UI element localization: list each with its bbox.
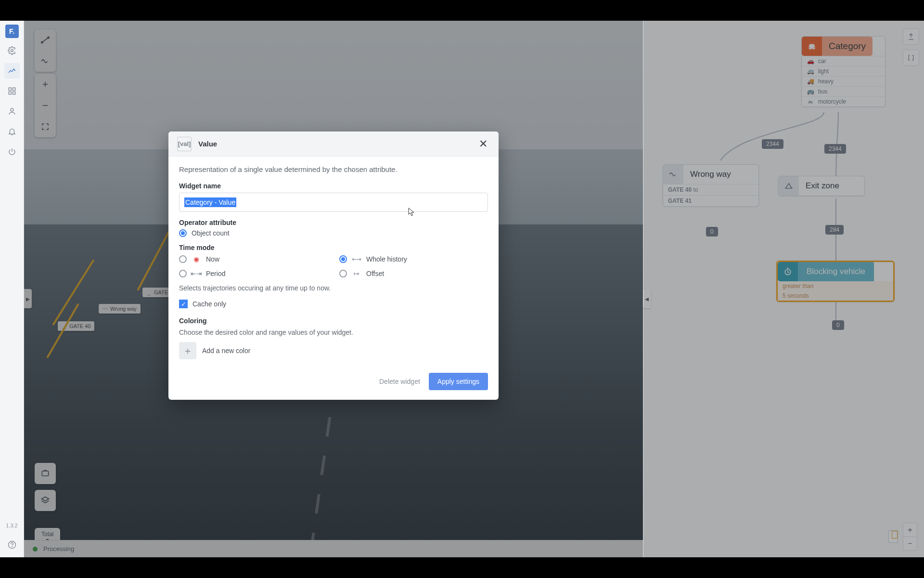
- help-icon[interactable]: [4, 537, 20, 552]
- time-mode-helper: Selects trajectories occuring at any tim…: [179, 284, 488, 292]
- graph-panel: Category 🚗car 🚐light 🚚heavy 🚌bus 🏍motorc…: [643, 21, 924, 557]
- export-icon[interactable]: [903, 28, 919, 45]
- bell-icon[interactable]: [4, 124, 20, 139]
- record-dot-icon: ◉: [192, 254, 201, 264]
- time-option-now[interactable]: ◉ Now: [179, 254, 328, 264]
- svg-point-0: [11, 50, 13, 52]
- plus-icon[interactable]: ＋: [179, 342, 196, 359]
- operator-attribute-label: Operator attribute: [179, 219, 488, 226]
- node-wrongway[interactable]: Wrong way GATE 40 to GATE 41: [663, 164, 759, 207]
- history-icon: ⟷: [352, 254, 361, 264]
- car-icon: [802, 37, 822, 56]
- minimap[interactable]: [888, 530, 898, 543]
- car-icon: 🚗: [807, 58, 814, 65]
- modal-footer: Delete widget Apply settings: [168, 367, 499, 400]
- coloring-description: Choose the desired color and range value…: [179, 328, 488, 336]
- graph-tools: [903, 28, 919, 66]
- graph-zoom-in[interactable]: ＋: [903, 523, 917, 537]
- category-item[interactable]: 🚐light: [802, 66, 885, 76]
- widget-name-input[interactable]: Category - Value: [179, 193, 488, 212]
- zone-icon: [779, 176, 799, 196]
- time-mode-options: ◉ Now ⟷ Whole history ⇤⇥ Period: [179, 254, 488, 278]
- svg-rect-1: [9, 88, 11, 90]
- checkbox-label: Cache only: [192, 300, 226, 308]
- offset-icon: ↦: [352, 269, 361, 278]
- period-icon: ⇤⇥: [192, 269, 201, 278]
- node-canvas[interactable]: Category 🚗car 🚐light 🚚heavy 🚌bus 🏍motorc…: [643, 21, 924, 557]
- option-label: Now: [206, 255, 219, 263]
- node-exitzone[interactable]: Exit zone: [778, 176, 865, 196]
- item-label: motorcycle: [818, 98, 846, 105]
- option-label: Whole history: [366, 255, 407, 263]
- time-option-offset[interactable]: ↦ Offset: [339, 269, 488, 278]
- widget-name-value: Category - Value: [184, 197, 236, 207]
- coloring-label: Coloring: [179, 317, 488, 325]
- wave-icon: [663, 165, 683, 184]
- node-detail: 5 seconds: [778, 291, 893, 301]
- category-item[interactable]: 🚗car: [802, 56, 885, 66]
- bracket-icon[interactable]: [903, 50, 919, 66]
- category-item[interactable]: 🚌bus: [802, 86, 885, 96]
- item-label: heavy: [818, 78, 834, 85]
- node-category[interactable]: Category 🚗car 🚐light 🚚heavy 🚌bus 🏍motorc…: [801, 36, 886, 107]
- item-label: bus: [818, 88, 827, 95]
- stopwatch-icon: [778, 262, 798, 281]
- motorcycle-icon: 🏍: [807, 98, 814, 105]
- add-color-row[interactable]: ＋ Add a new color: [179, 342, 488, 359]
- time-option-period[interactable]: ⇤⇥ Period: [179, 269, 328, 278]
- svg-rect-2: [13, 88, 15, 90]
- item-label: light: [818, 68, 829, 75]
- svg-rect-3: [9, 92, 11, 94]
- svg-rect-4: [13, 92, 15, 94]
- svg-point-7: [12, 546, 12, 547]
- time-option-whole-history[interactable]: ⟷ Whole history: [339, 254, 488, 264]
- edge-count: 2344: [824, 144, 846, 154]
- add-color-label: Add a new color: [202, 347, 250, 355]
- app-frame: F. 1.3.2: [0, 21, 924, 557]
- bus-icon: 🚌: [807, 88, 814, 95]
- version-label: 1.3.2: [6, 523, 17, 528]
- edge-count: 2344: [762, 139, 783, 149]
- grid-icon[interactable]: [4, 83, 20, 99]
- radio-icon: [179, 270, 187, 277]
- cache-only-option[interactable]: ✓ Cache only: [179, 300, 488, 308]
- analytics-icon[interactable]: [4, 63, 20, 79]
- modal-description: Representation of a single value determi…: [179, 165, 488, 173]
- graph-zoom-out[interactable]: －: [903, 537, 917, 550]
- category-list: 🚗car 🚐light 🚚heavy 🚌bus 🏍motorcycle: [802, 56, 885, 106]
- left-rail: F. 1.3.2: [0, 21, 24, 557]
- node-detail: GATE 41: [663, 195, 758, 206]
- node-blocking-vehicle[interactable]: Blocking vehicle greater than 5 seconds: [776, 261, 895, 302]
- app-logo[interactable]: F.: [5, 25, 19, 38]
- user-icon[interactable]: [4, 104, 20, 119]
- node-title: Blocking vehicle: [798, 262, 874, 281]
- modal-overlay[interactable]: [val] Value ✕ Representation of a single…: [24, 21, 643, 557]
- node-title: Wrong way: [683, 170, 738, 179]
- modal-header: [val] Value ✕: [168, 131, 499, 157]
- truck-icon: 🚚: [807, 78, 814, 85]
- value-modal: [val] Value ✕ Representation of a single…: [168, 131, 499, 400]
- node-count: 0: [706, 227, 718, 236]
- svg-point-5: [11, 108, 13, 111]
- power-icon[interactable]: [4, 144, 20, 159]
- option-label: Period: [206, 270, 225, 277]
- node-count: 0: [832, 320, 844, 330]
- apply-settings-button[interactable]: Apply settings: [429, 373, 488, 390]
- panel-collapse-right[interactable]: ◂: [643, 289, 651, 308]
- delete-widget-button[interactable]: Delete widget: [379, 378, 420, 385]
- node-count: 284: [825, 225, 844, 235]
- option-label: Offset: [366, 270, 384, 277]
- node-title: Exit zone: [799, 181, 846, 191]
- radio-icon: [179, 255, 187, 263]
- operator-value: Object count: [192, 229, 230, 237]
- modal-body: Representation of a single value determi…: [168, 157, 499, 367]
- category-item[interactable]: 🚚heavy: [802, 76, 885, 86]
- modal-title: Value: [198, 140, 217, 148]
- operator-option[interactable]: Object count: [179, 229, 488, 237]
- category-item[interactable]: 🏍motorcycle: [802, 96, 885, 106]
- close-icon[interactable]: ✕: [476, 137, 490, 151]
- settings-icon[interactable]: [4, 43, 20, 58]
- widget-name-label: Widget name: [179, 182, 488, 190]
- time-mode-label: Time mode: [179, 244, 488, 251]
- van-icon: 🚐: [807, 68, 814, 75]
